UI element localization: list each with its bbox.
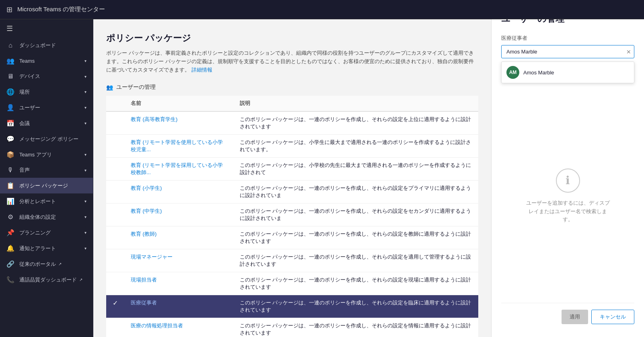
row-desc-4: このポリシー パッケージは、一連のポリシーを作成し、それらの設定をセカンダリに適… (233, 203, 478, 226)
sidebar-item-teams[interactable]: 👥 Teams ▾ (0, 53, 93, 69)
sidebar-item-legacy[interactable]: 🔗 従来のポータル ↗ (0, 256, 93, 272)
col-name: 名前 (124, 96, 233, 111)
result-name: Amos Marble (523, 70, 554, 76)
policy-link-0[interactable]: 教育 (高等教育学生) (131, 116, 177, 122)
table-row[interactable]: 教育 (教師) このポリシー パッケージは、一連のポリシーを作成し、それらの設定… (106, 226, 478, 249)
row-desc-3: このポリシー パッケージは、一連のポリシーを作成し、それらの設定をプライマリに適… (233, 181, 478, 203)
grid-icon[interactable]: ⊞ (6, 5, 12, 14)
sidebar-item-call-quality[interactable]: 📞 通話品質ダッシュボード ↗ (0, 272, 93, 288)
sidebar-item-meetings[interactable]: 📅 会議 ▾ (0, 115, 93, 131)
sidebar-item-messaging[interactable]: 💬 メッセージング ポリシー (0, 131, 93, 147)
table-row[interactable]: 教育 (小学生) このポリシー パッケージは、一連のポリシーを作成し、それらの設… (106, 181, 478, 203)
chevron-icon: ▾ (84, 74, 86, 79)
info-text: ユーザーを追加するには、ディスプレイまたはユーザー名で検索します。 (524, 199, 612, 224)
sidebar-label-meetings: 会議 (19, 120, 30, 127)
sidebar-icon-analytics: 📊 (6, 197, 14, 205)
sidebar-icon-voice: 🎙 (6, 166, 14, 174)
row-desc-1: このポリシー パッケージは、小学生に最大まで適用される一連のポリシーを作成するよ… (233, 135, 478, 158)
policy-link-9[interactable]: 医療の情報処理担当者 (131, 323, 183, 329)
right-panel: ユーザーの管理 医療従事者 ✕ AM Amos Marble ℹ ユーザーを追加… (491, 0, 644, 337)
search-result-item[interactable]: AM Amos Marble (502, 62, 634, 83)
sidebar-icon-devices: 🖥 (6, 73, 14, 80)
sidebar-icon-org-settings: ⚙ (6, 213, 14, 221)
sidebar-item-analytics[interactable]: 📊 分析とレポート ▾ (0, 193, 93, 209)
row-check-6 (106, 249, 124, 272)
sidebar-item-devices[interactable]: 🖥 デバイス ▾ (0, 69, 93, 84)
sidebar-icon-planning: 📌 (6, 229, 14, 236)
clear-button[interactable]: ✕ (626, 49, 631, 55)
sidebar-item-users[interactable]: 👤 ユーザー ▾ (0, 100, 93, 115)
sidebar-item-locations[interactable]: 🌐 場所 ▾ (0, 84, 93, 100)
chevron-icon: ▾ (84, 199, 86, 203)
sidebar-label-users: ユーザー (19, 104, 40, 111)
row-name-0: 教育 (高等教育学生) (124, 111, 233, 135)
page-title: ポリシー パッケージ (106, 32, 478, 44)
sidebar-icon-locations: 🌐 (6, 88, 14, 96)
row-check-7 (106, 272, 124, 295)
policy-table: 名前 説明 教育 (高等教育学生) このポリシー パッケージは、一連のポリシーを… (106, 96, 478, 337)
sidebar-icon-policy: 📋 (6, 182, 14, 189)
external-icon: ↗ (79, 277, 82, 282)
row-name-9: 医療の情報処理担当者 (124, 318, 233, 337)
policy-link-1[interactable]: 教育 (リモート学習を使用している小学校児童... (131, 139, 223, 152)
policy-link-8[interactable]: 医療従事者 (131, 300, 157, 306)
search-box: ✕ (501, 45, 634, 58)
sidebar-hamburger[interactable]: ☰ (0, 19, 93, 38)
table-row[interactable]: 現場担当者 このポリシー パッケージは、一連のポリシーを作成し、それらの設定を現… (106, 272, 478, 295)
table-row[interactable]: ✓ 医療従事者 このポリシー パッケージは、一連のポリシーを作成し、それらの設定… (106, 295, 478, 318)
sidebar-item-teams-apps[interactable]: 📦 Teams アプリ ▾ (0, 147, 93, 162)
sidebar-item-voice[interactable]: 🎙 音声 ▾ (0, 162, 93, 178)
policy-link-7[interactable]: 現場担当者 (131, 277, 157, 283)
details-link[interactable]: 詳細情報 (191, 67, 212, 73)
sidebar-label-policy: ポリシー パッケージ (19, 182, 68, 189)
table-row[interactable]: 現場マネージャー このポリシー パッケージは、一連のポリシーを作成し、それらの設… (106, 249, 478, 272)
row-desc-2: このポリシー パッケージは、小学校の先生に最大まで適用される一連のポリシーを作成… (233, 158, 478, 181)
sidebar-label-legacy: 従来のポータル (19, 261, 56, 268)
policy-link-2[interactable]: 教育 (リモート学習を採用している小学校教師... (131, 162, 223, 175)
sidebar-icon-teams-apps: 📦 (6, 151, 14, 158)
policy-link-6[interactable]: 現場マネージャー (131, 254, 173, 260)
row-check-3 (106, 181, 124, 203)
row-desc-9: このポリシー パッケージは、一連のポリシーを作成し、それらの設定を情報に適用する… (233, 318, 478, 337)
policy-link-3[interactable]: 教育 (小学生) (131, 185, 162, 191)
table-row[interactable]: 教育 (リモート学習を採用している小学校教師... このポリシー パッケージは、… (106, 158, 478, 181)
search-input[interactable] (501, 45, 634, 58)
table-row[interactable]: 教育 (高等教育学生) このポリシー パッケージは、一連のポリシーを作成し、それ… (106, 111, 478, 135)
external-icon: ↗ (58, 262, 62, 266)
chevron-icon: ▾ (84, 215, 86, 219)
row-check-1 (106, 135, 124, 158)
chevron-icon: ▾ (84, 90, 86, 94)
row-name-7: 現場担当者 (124, 272, 233, 295)
row-name-4: 教育 (中学生) (124, 203, 233, 226)
sidebar-item-planning[interactable]: 📌 プランニング ▾ (0, 225, 93, 240)
row-name-8: 医療従事者 (124, 295, 233, 318)
table-row[interactable]: 教育 (中学生) このポリシー パッケージは、一連のポリシーを作成し、それらの設… (106, 203, 478, 226)
sidebar-item-org-settings[interactable]: ⚙ 組織全体の設定 ▾ (0, 209, 93, 225)
sidebar-icon-users: 👤 (6, 104, 14, 111)
sidebar-label-voice: 音声 (19, 166, 30, 174)
table-row[interactable]: 教育 (リモート学習を使用している小学校児童... このポリシー パッケージは、… (106, 135, 478, 158)
row-check-2 (106, 158, 124, 181)
sidebar-item-notifications[interactable]: 🔔 通知とアラート ▾ (0, 240, 93, 256)
sidebar-label-call-quality: 通話品質ダッシュボード (19, 276, 77, 284)
topbar: ⊞ Microsoft Teams の管理センター (0, 0, 644, 19)
row-check-5 (106, 226, 124, 249)
policy-link-5[interactable]: 教育 (教師) (131, 231, 156, 237)
sidebar-item-dashboard[interactable]: ⌂ ダッシュボード (0, 38, 93, 53)
sidebar-item-policy[interactable]: 📋 ポリシー パッケージ (0, 178, 93, 193)
search-dropdown: AM Amos Marble (501, 62, 634, 83)
sidebar-label-messaging: メッセージング ポリシー (19, 136, 78, 143)
cancel-button[interactable]: キャンセル (591, 310, 634, 324)
row-name-2: 教育 (リモート学習を採用している小学校教師... (124, 158, 233, 181)
info-icon: ℹ (556, 168, 580, 193)
right-panel-footer: 適用 キャンセル (501, 303, 634, 324)
col-check (106, 96, 124, 111)
row-check-9 (106, 318, 124, 337)
apply-button[interactable]: 適用 (562, 310, 588, 324)
chevron-icon: ▾ (84, 168, 86, 173)
row-name-3: 教育 (小学生) (124, 181, 233, 203)
chevron-icon: ▾ (84, 246, 86, 251)
chevron-icon: ▾ (84, 59, 86, 63)
table-row[interactable]: 医療の情報処理担当者 このポリシー パッケージは、一連のポリシーを作成し、それら… (106, 318, 478, 337)
policy-link-4[interactable]: 教育 (中学生) (131, 208, 162, 214)
